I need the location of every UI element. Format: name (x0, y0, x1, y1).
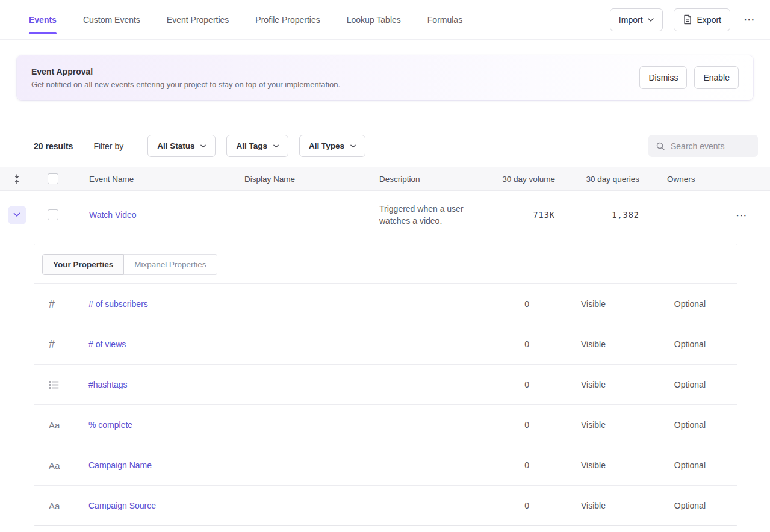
import-label: Import (619, 15, 643, 25)
event-queries: 1,382 (555, 210, 639, 220)
chevron-down-icon (13, 212, 20, 217)
tab-lookup-tables[interactable]: Lookup Tables (347, 0, 401, 39)
properties-tabs: Your Properties Mixpanel Properties (34, 244, 737, 283)
column-header-queries[interactable]: 30 day queries (555, 175, 639, 184)
banner-actions: Dismiss Enable (639, 66, 739, 89)
tags-filter-dropdown[interactable]: All Tags (226, 135, 288, 157)
events-table-header: Event Name Display Name Description 30 d… (0, 167, 770, 191)
tab-label: Formulas (427, 15, 462, 25)
property-visibility: Visible (553, 420, 632, 430)
property-row: # # of subscribers 0 Visible Optional (34, 283, 737, 324)
collapse-all-icon[interactable] (0, 174, 34, 184)
column-header-owners[interactable]: Owners (639, 175, 722, 184)
property-name-link[interactable]: # of views (88, 339, 126, 349)
property-name-link[interactable]: % complete (88, 420, 132, 430)
property-requirement: Optional (632, 460, 707, 470)
tab-label: Events (29, 15, 57, 25)
property-name-link[interactable]: #hashtags (88, 380, 128, 389)
number-property-icon: # (34, 298, 88, 311)
chevron-down-icon (648, 18, 654, 22)
nav-actions: Import Export ⋯ (610, 0, 758, 39)
event-name-link[interactable]: Watch Video (89, 210, 137, 220)
events-table: Event Name Display Name Description 30 d… (0, 167, 770, 239)
property-row: #hashtags 0 Visible Optional (34, 364, 737, 404)
property-requirement: Optional (632, 420, 707, 430)
list-property-icon (34, 380, 88, 389)
tab-label: Custom Events (83, 15, 140, 25)
column-header-display-name[interactable]: Display Name (228, 175, 362, 184)
property-name-link[interactable]: Campaign Source (88, 501, 156, 510)
table-row-watch-video: Watch Video Triggered when a user watche… (0, 191, 770, 239)
nav-tabs: Events Custom Events Event Properties Pr… (29, 0, 462, 39)
dismiss-button[interactable]: Dismiss (639, 66, 687, 89)
banner-text: Event Approval Get notified on all new e… (31, 67, 340, 89)
event-volume: 713K (478, 210, 555, 220)
search-icon (656, 141, 665, 151)
search-events-box (648, 135, 758, 157)
tab-label: Event Properties (167, 15, 229, 25)
tab-mixpanel-properties[interactable]: Mixpanel Properties (124, 254, 217, 275)
property-visibility: Visible (553, 501, 632, 510)
tab-custom-events[interactable]: Custom Events (83, 0, 140, 39)
property-row: Aa Campaign Source 0 Visible Optional (34, 485, 737, 525)
select-all-checkbox[interactable] (48, 173, 58, 184)
export-label: Export (697, 15, 721, 25)
status-filter-label: All Status (157, 141, 194, 150)
export-button[interactable]: Export (674, 8, 730, 31)
search-events-input[interactable] (671, 141, 751, 151)
property-count: 0 (463, 380, 553, 389)
property-count: 0 (463, 299, 553, 309)
property-requirement: Optional (632, 299, 707, 309)
status-filter-dropdown[interactable]: All Status (147, 135, 216, 157)
property-name-link[interactable]: # of subscribers (88, 299, 148, 309)
filter-by-label: Filter by (93, 141, 123, 151)
event-approval-banner: Event Approval Get notified on all new e… (17, 55, 753, 100)
number-property-icon: # (34, 338, 88, 351)
text-property-icon: Aa (34, 501, 88, 511)
tab-label: Lookup Tables (347, 15, 401, 25)
column-header-description[interactable]: Description (362, 175, 478, 184)
properties-panel: Your Properties Mixpanel Properties # # … (34, 244, 737, 526)
property-visibility: Visible (553, 380, 632, 389)
chevron-down-icon (350, 144, 356, 148)
property-requirement: Optional (632, 380, 707, 389)
property-row: Aa Campaign Name 0 Visible Optional (34, 445, 737, 485)
property-count: 0 (463, 460, 553, 470)
enable-button[interactable]: Enable (694, 66, 739, 89)
chevron-down-icon (273, 144, 279, 148)
tags-filter-label: All Tags (236, 141, 267, 150)
property-count: 0 (463, 420, 553, 430)
property-requirement: Optional (632, 339, 707, 349)
row-checkbox[interactable] (48, 209, 58, 220)
filter-dropdowns: All Status All Tags All Types (147, 135, 365, 157)
text-property-icon: Aa (34, 460, 88, 471)
results-count: 20 results (34, 141, 73, 151)
tab-event-properties[interactable]: Event Properties (167, 0, 229, 39)
property-name-link[interactable]: Campaign Name (88, 460, 152, 470)
property-visibility: Visible (553, 339, 632, 349)
import-button[interactable]: Import (610, 8, 663, 31)
property-visibility: Visible (553, 460, 632, 470)
top-navigation: Events Custom Events Event Properties Pr… (0, 0, 770, 40)
tab-formulas[interactable]: Formulas (427, 0, 462, 39)
property-count: 0 (463, 339, 553, 349)
export-csv-icon (683, 14, 692, 25)
tab-your-properties[interactable]: Your Properties (42, 254, 124, 275)
property-requirement: Optional (632, 501, 707, 510)
row-more-options-icon[interactable]: ⋯ (733, 206, 750, 224)
types-filter-label: All Types (309, 141, 344, 150)
tab-events[interactable]: Events (29, 0, 57, 39)
banner-title: Event Approval (31, 67, 340, 76)
types-filter-dropdown[interactable]: All Types (299, 135, 365, 157)
filter-bar: 20 results Filter by All Status All Tags… (34, 135, 758, 157)
tab-label: Profile Properties (255, 15, 320, 25)
tab-profile-properties[interactable]: Profile Properties (255, 0, 320, 39)
column-header-event-name[interactable]: Event Name (72, 175, 228, 184)
property-visibility: Visible (553, 299, 632, 309)
more-options-icon[interactable]: ⋯ (741, 10, 758, 29)
event-description: Triggered when a user watches a video. (362, 203, 478, 227)
column-header-volume[interactable]: 30 day volume (478, 175, 555, 184)
collapse-row-button[interactable] (8, 206, 26, 224)
property-row: # # of views 0 Visible Optional (34, 324, 737, 364)
text-property-icon: Aa (34, 420, 88, 430)
